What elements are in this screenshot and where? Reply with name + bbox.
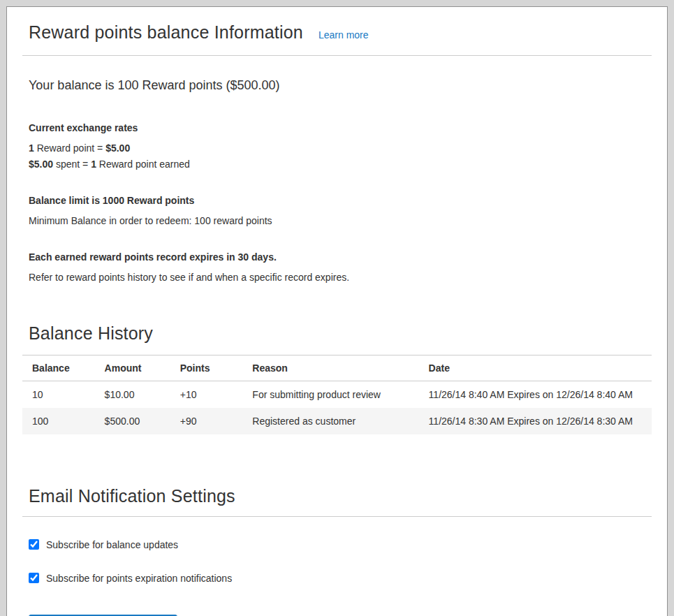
column-header-reason: Reason	[242, 355, 418, 381]
learn-more-link[interactable]: Learn more	[318, 29, 369, 41]
email-settings-title: Email Notification Settings	[29, 486, 652, 506]
min-balance-text: Minimum Balance in order to redeem: 100 …	[29, 214, 652, 228]
email-settings-header: Email Notification Settings	[22, 486, 652, 517]
page-header: Reward points balance Information Learn …	[22, 22, 652, 56]
earn-rate-mid: Reward point =	[34, 142, 105, 154]
expiration-notifications-option: Subscribe for points expiration notifica…	[29, 550, 652, 584]
earn-rate-amount: $5.00	[105, 142, 130, 154]
exchange-rates-block: Current exchange rates 1 Reward point = …	[29, 122, 652, 171]
expiration-notifications-checkbox[interactable]	[29, 573, 39, 583]
expiration-hint: Refer to reward points history to see if…	[29, 271, 652, 284]
spend-rate-line: $5.00 spent = 1 Reward point earned	[29, 158, 652, 171]
cell-reason: For submitting product review	[242, 381, 418, 408]
cell-amount: $500.00	[95, 408, 170, 434]
table-header-row: Balance Amount Points Reason Date	[22, 355, 652, 381]
column-header-amount: Amount	[95, 355, 170, 381]
exchange-rates-heading: Current exchange rates	[29, 122, 652, 133]
balance-updates-label[interactable]: Subscribe for balance updates	[46, 539, 178, 550]
spend-rate-suffix: Reward point earned	[96, 159, 190, 170]
cell-amount: $10.00	[95, 381, 170, 408]
column-header-date: Date	[419, 355, 652, 381]
expiration-notice: Each earned reward points record expires…	[29, 251, 652, 263]
cell-points: +90	[170, 408, 243, 434]
column-header-balance: Balance	[22, 355, 95, 381]
cell-balance: 100	[22, 408, 95, 434]
cell-date: 11/26/14 8:40 AM Expires on 12/26/14 8:4…	[419, 381, 652, 408]
balance-updates-checkbox[interactable]	[29, 539, 39, 550]
expiration-notifications-label[interactable]: Subscribe for points expiration notifica…	[46, 573, 232, 584]
email-settings-section: Email Notification Settings Subscribe fo…	[22, 486, 652, 616]
cell-reason: Registered as customer	[242, 408, 418, 434]
balance-history-title: Balance History	[29, 323, 652, 344]
spend-rate-amount: $5.00	[29, 159, 53, 170]
cell-points: +10	[170, 381, 243, 408]
limits-block: Balance limit is 1000 Reward points Mini…	[29, 195, 652, 228]
balance-history-section: Balance History Balance Amount Points Re…	[22, 323, 652, 434]
balance-limit-text: Balance limit is 1000 Reward points	[29, 195, 652, 206]
earn-rate-line: 1 Reward point = $5.00	[29, 142, 652, 155]
table-row: 10 $10.00 +10 For submitting product rev…	[22, 381, 652, 408]
expiration-block: Each earned reward points record expires…	[29, 251, 652, 284]
balance-updates-option: Subscribe for balance updates	[29, 517, 652, 550]
column-header-points: Points	[170, 355, 243, 381]
page-background: Reward points balance Information Learn …	[0, 0, 674, 616]
earn-rate-points: 1	[29, 142, 34, 154]
spend-rate-mid: spent =	[53, 159, 91, 170]
table-row: 100 $500.00 +90 Registered as customer 1…	[22, 408, 652, 434]
cell-balance: 10	[22, 381, 95, 408]
balance-message: Your balance is 100 Reward points ($500.…	[29, 78, 652, 93]
balance-history-table: Balance Amount Points Reason Date 10 $10…	[22, 355, 652, 434]
page-title: Reward points balance Information	[29, 22, 303, 43]
reward-points-card: Reward points balance Information Learn …	[6, 6, 668, 616]
cell-date: 11/26/14 8:30 AM Expires on 12/26/14 8:3…	[419, 408, 652, 434]
spend-rate-points: 1	[91, 159, 96, 170]
